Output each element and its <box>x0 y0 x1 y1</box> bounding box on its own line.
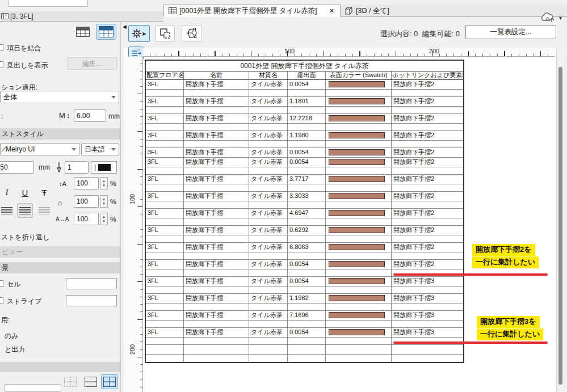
underline-button[interactable]: U <box>17 185 33 200</box>
background-section-header[interactable]: 景 <box>0 262 121 273</box>
show-headline-checkbox[interactable] <box>0 61 3 68</box>
chevron-down-icon <box>111 96 116 99</box>
table-row[interactable]: 3FL開放廊下手摺タイル赤茶3.7717開放廊下手摺2 <box>146 175 463 184</box>
custom-table-style-button[interactable] <box>96 24 116 40</box>
scheme-settings-button[interactable]: 一覧表設定... <box>465 25 556 39</box>
table-row[interactable]: 3FL開放廊下手摺タイル赤茶0.0054開放廊下手摺2 <box>146 260 463 269</box>
font-select[interactable]: ∕ Meiryo UI <box>0 143 79 155</box>
tab-schedule[interactable]: [0001外壁 開放廊下手摺側外壁 タイル赤茶] × <box>163 5 341 17</box>
tab-close-icon[interactable]: × <box>328 7 335 15</box>
vertical-scrollbar-thumb[interactable] <box>558 67 562 385</box>
row-colon-label: : <box>1 112 3 120</box>
merge-items-checkbox[interactable] <box>0 44 3 51</box>
cell-bg-colorfield[interactable] <box>66 278 117 289</box>
table-row[interactable]: 3FL開放廊下手摺タイル赤茶0.0054開放廊下手摺2 <box>146 148 463 158</box>
edit-button[interactable]: 編集... <box>67 57 117 70</box>
table-row[interactable]: 3FL開放廊下手摺タイル赤茶1.1980開放廊下手摺2 <box>146 131 463 141</box>
column-header[interactable]: 材質名 <box>249 71 288 79</box>
table-row[interactable]: 3FL開放廊下手摺タイル赤茶1.1982開放廊下手摺3 <box>146 294 463 304</box>
spacer-row <box>146 338 463 345</box>
table-row[interactable]: 3FL開放廊下手摺タイル赤茶0.0054開放廊下手摺2 <box>146 80 463 90</box>
tracking-stepper[interactable]: ▲▼ <box>100 213 108 225</box>
table-row[interactable]: 3FL開放廊下手摺タイル赤茶0.6292開放廊下手摺2 <box>146 226 463 235</box>
screen-output-label[interactable]: と出力 <box>5 345 25 355</box>
schedule-table[interactable]: 0001外壁 開放廊下手摺側外壁 タイル赤茶 配置フロア名名前材質名露出面表面カ… <box>145 60 464 363</box>
table-row[interactable]: 3FL開放廊下手摺タイル赤茶7.1696開放廊下手摺3 <box>146 311 463 321</box>
line-spacing-input[interactable] <box>74 177 99 189</box>
schedule-grid-icon <box>169 7 177 14</box>
table-row[interactable]: 3FL開放廊下手摺タイル赤茶6.8063開放廊下手摺2 <box>146 243 463 252</box>
stepper-up-icon[interactable]: ▲ <box>102 214 106 219</box>
surface-color-swatch <box>329 132 385 138</box>
char-width-input[interactable] <box>74 195 99 208</box>
column-header[interactable]: ホットリンクおよび要素ID <box>392 71 463 79</box>
line-spacing-stepper[interactable]: ▲▼ <box>100 177 108 189</box>
align-justify-button[interactable] <box>36 203 52 218</box>
language-select[interactable]: 日本語 <box>81 143 119 155</box>
text-style-section-header[interactable]: ストスタイル <box>0 128 121 140</box>
stripe-bg-label: ストライプ <box>7 297 41 306</box>
border-outline-button[interactable] <box>83 375 99 389</box>
screen-only-label[interactable]: のみ <box>5 331 19 341</box>
uniform-table-style-button[interactable] <box>74 24 91 39</box>
stripe-bg-checkbox[interactable] <box>0 297 3 304</box>
surface-color-swatch <box>329 159 385 165</box>
morph-button[interactable] <box>182 25 202 42</box>
h-ruler-label-200: 200 <box>429 48 439 54</box>
spacer-row <box>146 345 463 355</box>
column-header[interactable]: 表面カラー (Swatch) <box>326 71 392 79</box>
column-header[interactable]: 名前 <box>184 71 249 79</box>
collapse-panel-icon[interactable]: ◀ <box>123 24 127 29</box>
table-row[interactable]: 3FL開放廊下手摺タイル赤茶1.1801開放廊下手摺2 <box>146 97 463 107</box>
align-center-button[interactable] <box>17 203 33 218</box>
align-left-button[interactable] <box>0 203 15 218</box>
border-none-button[interactable] <box>62 375 78 389</box>
settings-gear-button[interactable]: ▶ <box>128 25 150 42</box>
column-header[interactable]: 露出面 <box>288 71 326 79</box>
bottom-partial-box <box>5 384 61 392</box>
surface-color-swatch <box>329 149 385 155</box>
table-row[interactable]: 3FL開放廊下手摺タイル赤茶0.0054開放廊下手摺3 <box>146 277 463 286</box>
stepper-down-icon[interactable]: ▼ <box>102 219 106 224</box>
cell-bg-checkbox[interactable] <box>0 280 3 287</box>
strikethrough-button[interactable]: Ŧ <box>36 185 52 200</box>
font-size-input[interactable] <box>0 161 34 174</box>
floor-plan-tab[interactable]: [3. 3FL] <box>0 11 163 22</box>
spacer-row <box>146 141 463 148</box>
table-row[interactable]: 3FL開放廊下手摺タイル赤茶0.0054開放廊下手摺3 <box>146 328 463 338</box>
stripe-bg-colorfield[interactable] <box>66 295 117 306</box>
schedule-title: 0001外壁 開放廊下手摺側外壁 タイル赤茶 <box>240 62 368 70</box>
apply-label: 用: <box>1 315 10 325</box>
pen-color-swatch <box>98 164 111 171</box>
background-header-label: 景 <box>2 263 9 273</box>
table-row[interactable]: 3FL開放廊下手摺タイル赤茶3.3033開放廊下手摺2 <box>146 192 463 201</box>
table-row[interactable]: 3FL開放廊下手摺タイル赤茶4.6947開放廊下手摺2 <box>146 209 463 218</box>
marquee-button[interactable] <box>156 25 175 42</box>
table-row[interactable]: 3FL開放廊下手摺タイル赤茶12.2218開放廊下手摺2 <box>146 114 463 124</box>
v-ruler-label-100: 100 <box>129 194 136 204</box>
pen-color-button[interactable]: | <box>91 161 117 174</box>
stepper-up-icon[interactable]: ▲ <box>102 197 106 201</box>
line-spacing-icon: ↕A <box>59 180 66 187</box>
tab-3d-label: [3D / 全て] <box>356 6 389 16</box>
stepper-down-icon[interactable]: ▼ <box>102 201 106 206</box>
tracking-percent: % <box>110 216 116 224</box>
stepper-up-icon[interactable]: ▲ <box>102 179 106 183</box>
column-header[interactable]: 配置フロア名 <box>146 71 184 79</box>
teamwork-chip[interactable]: ▼ <box>540 12 563 24</box>
morph-cube-icon <box>186 28 198 39</box>
text-height-input[interactable] <box>74 109 106 122</box>
stepper-down-icon[interactable]: ▼ <box>102 183 106 188</box>
spacer-row <box>146 252 463 260</box>
char-width-stepper[interactable]: ▲▼ <box>100 195 108 208</box>
spacer-row <box>146 124 463 131</box>
font-preview-slash: ∕ <box>3 145 5 153</box>
table-row[interactable]: 3FL開放廊下手摺タイル赤茶0.0054開放廊下手摺2 <box>146 158 463 167</box>
border-all-button[interactable] <box>101 374 118 389</box>
tracking-input[interactable] <box>74 213 99 225</box>
italic-button[interactable]: I <box>0 185 15 200</box>
scope-select[interactable]: 全体 <box>0 91 119 103</box>
chevron-down-icon <box>111 148 116 151</box>
pen-number-input[interactable] <box>65 161 89 174</box>
tab-3d[interactable]: [3D / 全て] <box>341 5 394 17</box>
